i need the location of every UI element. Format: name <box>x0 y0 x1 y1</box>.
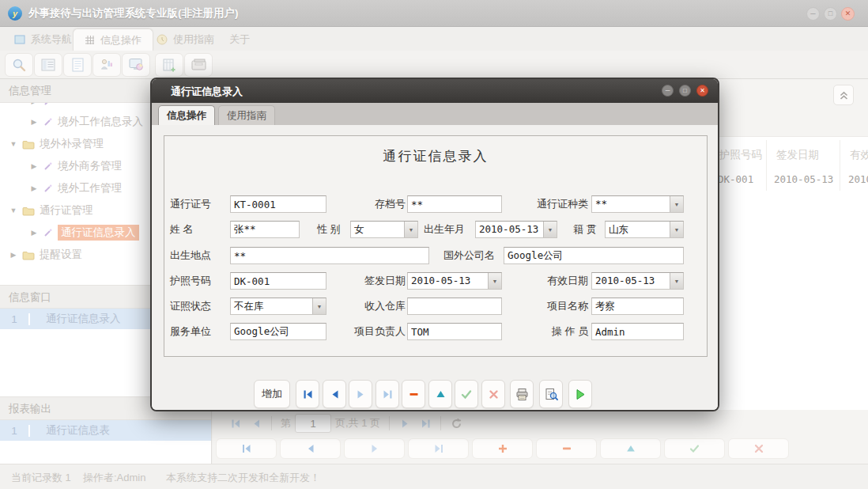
up-triangle-icon <box>626 444 636 453</box>
dialog-tab-info-operation[interactable]: 信息操作 <box>158 105 215 125</box>
page-next-button[interactable] <box>394 414 415 433</box>
pass-no-input[interactable] <box>230 195 326 213</box>
foreign-company-input[interactable] <box>504 247 684 264</box>
search-button[interactable] <box>5 53 33 77</box>
pagination-bar: 第 页,共 1 页 <box>213 410 868 437</box>
collapse-panel-button[interactable] <box>833 85 854 105</box>
grid-last-button[interactable] <box>408 438 469 459</box>
cancel-button[interactable] <box>481 380 505 408</box>
wand-icon <box>43 228 53 238</box>
chevron-down-icon: ▼ <box>312 298 326 314</box>
valid-date-select[interactable]: 2010-05-13 ▼ <box>591 272 684 290</box>
form-title: 通行证信息录入 <box>164 147 707 165</box>
list-view-button[interactable] <box>34 53 62 77</box>
tab-user-guide[interactable]: 使用指南 <box>145 28 225 51</box>
search-icon <box>12 58 26 72</box>
tree-item-overseas-business[interactable]: ▶ 境外商务管理 <box>30 157 122 176</box>
tree-item-clipped: ▶ <box>30 103 53 111</box>
plus-icon <box>498 444 508 453</box>
maximize-button[interactable]: □ <box>824 7 837 21</box>
archive-button[interactable] <box>184 53 213 77</box>
dialog-minimize-button[interactable]: ─ <box>662 85 674 97</box>
dialog-close-button[interactable]: ✕ <box>696 85 708 97</box>
pass-type-select[interactable]: ** ▼ <box>591 195 684 213</box>
cell-issue-date: 2010-05-13 <box>774 173 833 185</box>
grid-edit-button[interactable] <box>600 438 661 459</box>
caret-down-icon: ▼ <box>9 207 17 214</box>
dialog-title-bar[interactable]: 通行证信息录入 ─ □ ✕ <box>152 79 718 103</box>
project-leader-input[interactable] <box>407 323 502 340</box>
tree-folder-reminder-settings[interactable]: ▶ 提醒设置 <box>9 245 82 264</box>
run-button[interactable] <box>568 380 592 408</box>
service-unit-input[interactable] <box>230 323 326 340</box>
print-preview-button[interactable] <box>539 380 563 408</box>
page-last-button[interactable] <box>415 414 436 433</box>
grid-delete-button[interactable] <box>536 438 597 459</box>
label-issue-date: 签发日期 <box>346 272 406 290</box>
label-birth-date: 出生年月 <box>424 221 465 238</box>
last-page-icon <box>421 419 431 429</box>
collapse-icon <box>839 90 849 100</box>
grid-prev-button[interactable] <box>280 438 341 459</box>
archive-no-input[interactable] <box>407 195 502 213</box>
label-warehouse: 收入仓库 <box>346 298 406 315</box>
grid-cancel-button[interactable] <box>728 438 789 459</box>
delete-record-button[interactable] <box>402 380 425 408</box>
close-button[interactable]: ✕ <box>841 7 855 21</box>
page-total-label: 页,共 1 页 <box>335 416 380 430</box>
person-report-button[interactable] <box>92 53 121 77</box>
tree-item-overseas-work-mgmt[interactable]: ▶ 境外工作管理 <box>30 179 122 198</box>
name-input[interactable] <box>230 221 300 238</box>
tab-info-operation[interactable]: 信息操作 <box>73 28 153 51</box>
next-icon <box>370 444 379 453</box>
page-prev-button[interactable] <box>246 414 266 433</box>
gender-select[interactable]: 女 ▼ <box>350 221 418 238</box>
wand-icon <box>43 184 53 194</box>
tab-about[interactable]: 关于 <box>218 28 261 51</box>
label-birth-place: 出生地点 <box>170 247 211 264</box>
operator-input[interactable] <box>591 323 684 340</box>
record-prev-button[interactable] <box>323 380 346 408</box>
tree-folder-overseas-supplement[interactable]: ▼ 境外补录管理 <box>9 135 104 154</box>
dialog-maximize-button[interactable]: □ <box>679 85 691 97</box>
document-button[interactable] <box>63 53 92 77</box>
page-first-button[interactable] <box>225 414 246 433</box>
grid-next-button[interactable] <box>344 438 405 459</box>
add-button[interactable]: 增加 <box>254 380 290 408</box>
birth-place-input[interactable] <box>230 247 429 264</box>
edit-record-button[interactable] <box>428 380 452 408</box>
refresh-button[interactable] <box>446 414 466 433</box>
passport-no-input[interactable] <box>230 272 326 290</box>
grid-first-button[interactable] <box>216 438 277 459</box>
table-add-button[interactable] <box>155 53 183 77</box>
tree-item-pass-info-entry[interactable]: ▶ 通行证信息录入 <box>30 223 139 242</box>
confirm-button[interactable] <box>455 380 478 408</box>
report-output-row[interactable]: 1 通行证信息表 <box>0 420 211 441</box>
wand-icon <box>43 117 53 127</box>
record-last-button[interactable] <box>376 380 399 408</box>
project-name-input[interactable] <box>591 298 684 315</box>
grid-confirm-button[interactable] <box>664 438 725 459</box>
tree-folder-pass-mgmt[interactable]: ▼ 通行证管理 <box>9 201 93 220</box>
label-native-place: 籍 贯 <box>573 221 597 238</box>
issue-date-select[interactable]: 2010-05-13 ▼ <box>407 272 502 290</box>
status-bar: 当前记录数 1 操作者:Admin 本系统支持二次开发和全新开发！ <box>0 464 868 489</box>
tab-system-nav[interactable]: 系统导航 <box>3 28 83 51</box>
dialog-tab-user-guide[interactable]: 使用指南 <box>218 105 275 125</box>
cert-status-select[interactable]: 不在库 ▼ <box>230 298 326 315</box>
printer-icon <box>515 388 529 401</box>
record-first-button[interactable] <box>296 380 319 408</box>
label-passport-no: 护照号码 <box>170 272 211 290</box>
warehouse-input[interactable] <box>407 298 502 315</box>
record-next-button[interactable] <box>349 380 372 408</box>
tree-item-overseas-work-entry[interactable]: ▶ 境外工作信息录入 <box>30 112 143 131</box>
birth-date-select[interactable]: 2010-05-13 ▼ <box>475 221 557 238</box>
minimize-button[interactable]: ─ <box>806 7 820 21</box>
up-triangle-icon <box>436 389 446 400</box>
native-place-select[interactable]: 山东 ▼ <box>605 221 684 238</box>
monitor-chart-button[interactable] <box>122 53 150 77</box>
ribbon-tabs: 系统导航 信息操作 使用指南 关于 <box>0 27 868 51</box>
page-number-input[interactable] <box>295 414 331 433</box>
print-button[interactable] <box>510 380 534 408</box>
grid-add-button[interactable] <box>472 438 533 459</box>
